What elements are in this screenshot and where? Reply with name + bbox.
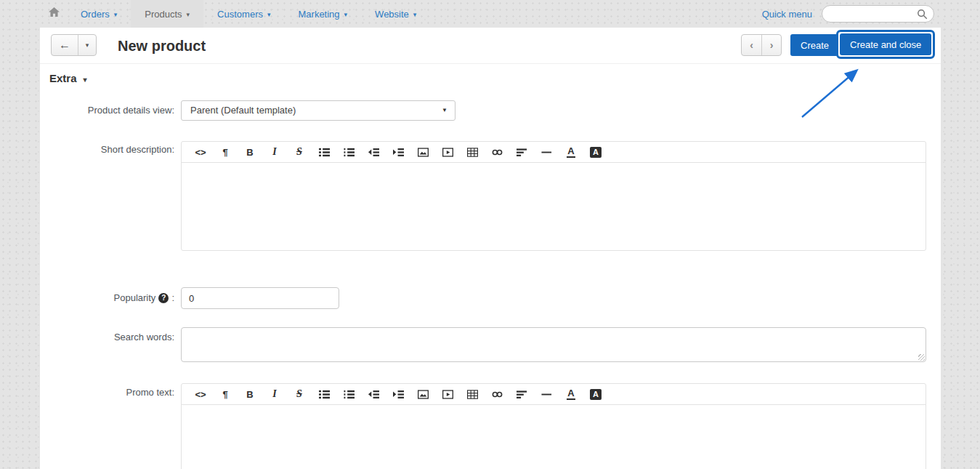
- short-description-label: Short description:: [40, 144, 174, 156]
- back-button[interactable]: ←: [52, 35, 78, 55]
- indent-icon[interactable]: [386, 142, 410, 163]
- table-icon[interactable]: [460, 142, 485, 163]
- paragraph-icon[interactable]: ¶: [213, 384, 238, 405]
- create-and-close-highlight: Create and close: [836, 30, 935, 59]
- chevron-down-icon: ▾: [344, 11, 348, 18]
- select-caret-icon: ▼: [442, 101, 448, 120]
- chevron-down-icon: ▾: [413, 11, 417, 18]
- italic-icon[interactable]: I: [262, 384, 287, 405]
- short-description-editor-area[interactable]: [182, 163, 926, 250]
- chevron-down-icon: ▾: [187, 11, 190, 18]
- promo-text-editor: <>¶BISAA: [181, 383, 926, 469]
- textarea-resize-handle[interactable]: [918, 354, 925, 361]
- chevron-down-icon: ▾: [86, 41, 89, 49]
- nav-item-website[interactable]: Website▾: [361, 0, 430, 28]
- bold-icon[interactable]: B: [238, 384, 262, 405]
- search-box: [822, 5, 934, 23]
- bold-icon[interactable]: B: [238, 142, 262, 163]
- home-icon: [49, 7, 60, 20]
- nav-item-marketing[interactable]: Marketing▾: [285, 0, 362, 28]
- page-header: ← ▾ New product ‹ › Create Create and cl…: [40, 28, 941, 64]
- section-extra-label: Extra: [49, 72, 77, 84]
- nav-item-label: Marketing: [299, 9, 340, 20]
- chevron-down-icon: ▾: [267, 11, 271, 18]
- select-value: Parent (Default template): [190, 105, 296, 116]
- quick-menu-link[interactable]: Quick menu: [762, 9, 812, 20]
- video-icon[interactable]: [435, 142, 460, 163]
- outdent-icon[interactable]: [361, 384, 386, 405]
- prev-button[interactable]: ‹: [742, 35, 761, 55]
- horizontal-rule-icon[interactable]: [534, 142, 559, 163]
- outdent-icon[interactable]: [361, 142, 386, 163]
- search-words-textarea[interactable]: [181, 327, 926, 362]
- paragraph-icon[interactable]: ¶: [213, 142, 238, 163]
- short-description-editor: <>¶BISAA: [181, 141, 926, 251]
- product-details-view-label: Product details view:: [40, 105, 174, 116]
- table-icon[interactable]: [460, 384, 485, 405]
- background-color-icon[interactable]: A: [583, 384, 608, 405]
- link-icon[interactable]: [485, 384, 509, 405]
- nav-item-customers[interactable]: Customers▾: [203, 0, 284, 28]
- italic-icon[interactable]: I: [262, 142, 287, 163]
- chevron-left-icon: ‹: [750, 39, 753, 51]
- unordered-list-icon[interactable]: [312, 142, 336, 163]
- topbar-right: Quick menu: [762, 0, 934, 28]
- image-icon[interactable]: [410, 384, 435, 405]
- page-title: New product: [118, 35, 206, 57]
- strikethrough-icon[interactable]: S: [287, 142, 312, 163]
- section-extra[interactable]: Extra▾: [49, 72, 87, 84]
- ordered-list-icon[interactable]: [336, 384, 361, 405]
- content-panel: ← ▾ New product ‹ › Create Create and cl…: [40, 28, 941, 469]
- product-details-view-select[interactable]: Parent (Default template) ▼: [181, 100, 455, 121]
- link-icon[interactable]: [485, 142, 509, 163]
- chevron-down-icon: ▾: [114, 11, 118, 18]
- strikethrough-icon[interactable]: S: [287, 384, 312, 405]
- promo-text-label: Promo text:: [40, 387, 174, 398]
- create-button[interactable]: Create: [790, 34, 839, 56]
- back-arrow-icon: ←: [59, 39, 70, 52]
- nav-item-label: Customers: [217, 9, 263, 20]
- unordered-list-icon[interactable]: [312, 384, 336, 405]
- ordered-list-icon[interactable]: [336, 142, 361, 163]
- align-icon[interactable]: [509, 142, 534, 163]
- nav-item-label: Products: [145, 9, 182, 20]
- search-icon[interactable]: [917, 9, 928, 23]
- text-color-icon[interactable]: A: [559, 142, 583, 163]
- editor-toolbar: <>¶BISAA: [182, 384, 926, 405]
- nav-item-orders[interactable]: Orders▾: [67, 0, 131, 28]
- align-icon[interactable]: [509, 384, 534, 405]
- indent-icon[interactable]: [386, 384, 410, 405]
- text-color-icon[interactable]: A: [559, 384, 583, 405]
- code-icon[interactable]: <>: [188, 142, 213, 163]
- home-button[interactable]: [41, 0, 67, 28]
- popularity-label: Popularity ? :: [40, 292, 174, 304]
- nav-item-label: Orders: [81, 9, 110, 20]
- horizontal-rule-icon[interactable]: [534, 384, 559, 405]
- promo-text-editor-area[interactable]: [182, 405, 926, 469]
- image-icon[interactable]: [410, 142, 435, 163]
- background-color-icon[interactable]: A: [583, 142, 608, 163]
- next-button[interactable]: ›: [761, 35, 781, 55]
- code-icon[interactable]: <>: [188, 384, 213, 405]
- chevron-down-icon: ▾: [84, 76, 87, 84]
- nav-item-products[interactable]: Products▾: [131, 0, 203, 28]
- create-and-close-button[interactable]: Create and close: [840, 33, 931, 55]
- back-button-group: ← ▾: [51, 34, 97, 56]
- main-menu: Orders▾Products▾Customers▾Marketing▾Webs…: [67, 0, 430, 28]
- help-icon[interactable]: ?: [158, 293, 169, 303]
- editor-toolbar: <>¶BISAA: [182, 142, 926, 163]
- back-dropdown-button[interactable]: ▾: [78, 35, 96, 55]
- nav-item-label: Website: [375, 9, 409, 20]
- popularity-input[interactable]: [181, 287, 339, 309]
- chevron-right-icon: ›: [770, 39, 774, 51]
- prev-next-group: ‹ ›: [741, 34, 782, 56]
- video-icon[interactable]: [435, 384, 460, 405]
- top-nav-bar: Orders▾Products▾Customers▾Marketing▾Webs…: [0, 0, 980, 28]
- search-words-label: Search words:: [40, 332, 174, 343]
